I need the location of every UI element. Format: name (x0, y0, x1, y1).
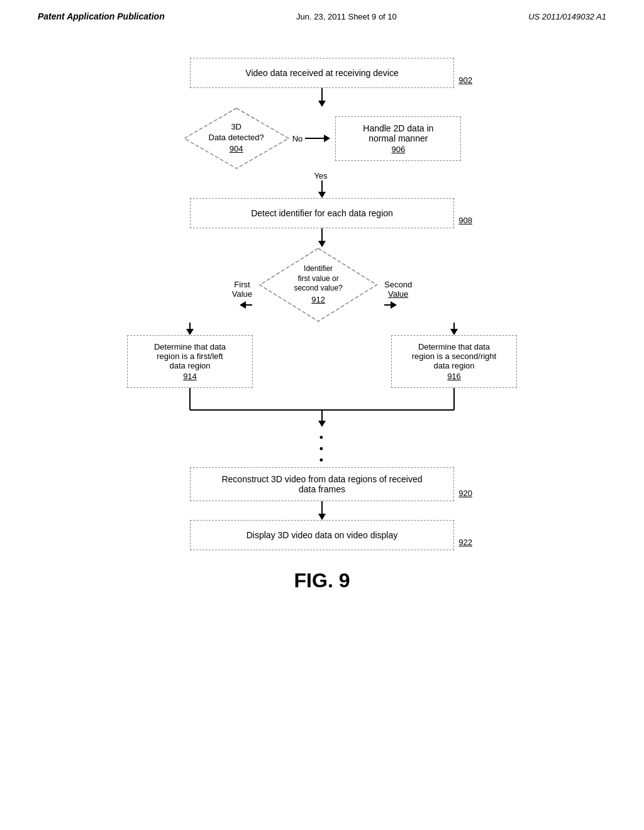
merge-lines (127, 388, 517, 432)
page-header: Patent Application Publication Jun. 23, … (0, 0, 644, 26)
node-906-num: 906 (363, 145, 433, 154)
node-922-label: Display 3D video data on video display (247, 530, 397, 540)
date-sheet-label: Jun. 23, 2011 Sheet 9 of 10 (296, 12, 397, 21)
node-902: Video data received at receiving device … (190, 58, 454, 88)
node-916-num: 916 (412, 372, 496, 381)
node-920-num: 920 (458, 489, 472, 498)
node-902-num: 902 (458, 75, 472, 85)
node-908: Detect identifier for each data region 9… (190, 198, 454, 228)
figure-label: FIG. 9 (294, 569, 350, 592)
svg-marker-7 (318, 421, 326, 427)
arrow-902-904 (318, 88, 326, 107)
second-value-branch: SecondValue (384, 280, 412, 309)
node-908-num: 908 (458, 216, 472, 225)
node-904-label: 3D (209, 122, 264, 133)
diamond-row-912: FirstValue Identifier first value or sec… (133, 247, 511, 323)
publication-label: Patent Application Publication (38, 11, 165, 21)
node-902-label: Video data received at receiving device (245, 68, 398, 78)
node-914-label: Determine that dataregion is a first/lef… (154, 342, 226, 370)
arrow-920-922 (318, 501, 326, 520)
node-906-label: Handle 2D data innormal manner (363, 123, 433, 143)
node-904: 3D Data detected? 904 (183, 107, 290, 170)
node-906: Handle 2D data innormal manner 906 (335, 116, 461, 161)
branch-914-916: Determine that dataregion is a first/lef… (127, 323, 517, 388)
yes-label: Yes (314, 171, 327, 180)
first-value-label: FirstValue (232, 280, 252, 299)
node-914: Determine that dataregion is a first/lef… (127, 335, 253, 388)
right-branch-916: Determine that dataregion is a second/ri… (391, 323, 517, 388)
dotted-continuation: ••• (318, 432, 326, 463)
node-916: Determine that dataregion is a second/ri… (391, 335, 517, 388)
diagram-area: Video data received at receiving device … (0, 26, 644, 605)
arrow-908-912 (318, 228, 326, 247)
node-920: Reconstruct 3D video from data regions o… (190, 467, 454, 501)
node-920-label: Reconstruct 3D video from data regions o… (221, 474, 422, 494)
node-922-num: 922 (458, 538, 472, 547)
yes-branch: Yes (269, 170, 375, 198)
no-label: No (292, 134, 303, 143)
diamond-row-904: 3D Data detected? 904 No Handle 2D data … (183, 107, 462, 170)
node-908-label: Detect identifier for each data region (251, 208, 393, 218)
node-904-sublabel: Data detected? (209, 133, 264, 142)
node-904-num: 904 (209, 144, 264, 155)
left-branch-914: Determine that dataregion is a first/lef… (127, 323, 253, 388)
node-914-num: 914 (154, 372, 226, 381)
second-value-label: SecondValue (384, 280, 412, 299)
no-branch: No (292, 134, 331, 143)
node-916-label: Determine that dataregion is a second/ri… (412, 342, 496, 370)
node-922: Display 3D video data on video display 9… (190, 520, 454, 550)
node-912-num: 912 (294, 295, 342, 306)
node-912: Identifier first value or second value? … (258, 247, 378, 323)
patent-number-label: US 2011/0149032 A1 (528, 12, 606, 21)
first-value-branch: FirstValue (232, 280, 252, 309)
